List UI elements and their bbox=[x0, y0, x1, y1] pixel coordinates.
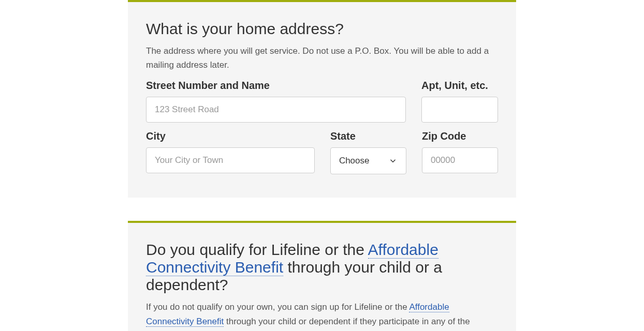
apt-group: Apt, Unit, etc. bbox=[421, 80, 498, 123]
apt-label: Apt, Unit, etc. bbox=[421, 80, 498, 92]
street-group: Street Number and Name bbox=[146, 80, 406, 123]
apt-input[interactable] bbox=[421, 97, 498, 123]
zip-group: Zip Code bbox=[422, 130, 498, 174]
address-section: What is your home address? The address w… bbox=[128, 0, 516, 198]
street-label: Street Number and Name bbox=[146, 80, 406, 92]
state-group: State Choose bbox=[330, 130, 406, 174]
chevron-down-icon bbox=[388, 156, 398, 166]
address-row-2: City State Choose Zip Code bbox=[146, 130, 498, 174]
zip-input[interactable] bbox=[422, 147, 498, 173]
qualify-title-part1: Do you qualify for Lifeline or the bbox=[146, 241, 368, 258]
address-subtitle: The address where you will get service. … bbox=[146, 44, 498, 72]
zip-label: Zip Code bbox=[422, 130, 498, 142]
qualify-subtitle-part1: If you do not qualify on your own, you c… bbox=[146, 302, 409, 312]
qualify-title: Do you qualify for Lifeline or the Affor… bbox=[146, 241, 498, 294]
qualify-subtitle: If you do not qualify on your own, you c… bbox=[146, 300, 498, 331]
state-selected-text: Choose bbox=[339, 156, 388, 166]
address-title: What is your home address? bbox=[146, 20, 498, 38]
state-select[interactable]: Choose bbox=[330, 147, 406, 174]
state-label: State bbox=[330, 130, 406, 142]
city-input[interactable] bbox=[146, 147, 315, 173]
street-input[interactable] bbox=[146, 97, 406, 123]
qualify-section: Do you qualify for Lifeline or the Affor… bbox=[128, 221, 516, 331]
address-row-1: Street Number and Name Apt, Unit, etc. bbox=[146, 80, 498, 123]
city-group: City bbox=[146, 130, 315, 174]
city-label: City bbox=[146, 130, 315, 142]
